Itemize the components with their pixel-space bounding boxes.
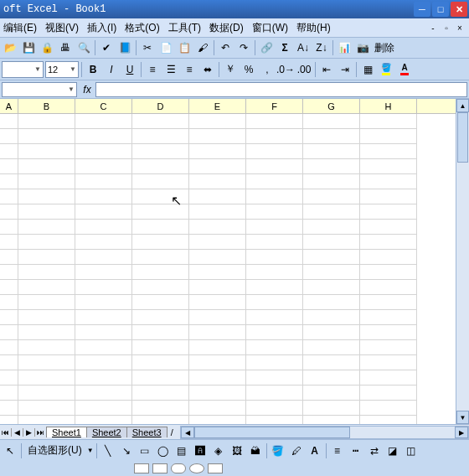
cell[interactable] [0,280,18,295]
cell[interactable] [132,355,189,370]
cell[interactable] [18,340,75,355]
cell[interactable] [360,310,417,325]
cell[interactable] [18,250,75,265]
camera-icon[interactable]: 📷 [354,39,371,56]
cell[interactable] [246,144,303,159]
cell[interactable] [132,159,189,174]
shape-rect[interactable] [208,463,223,473]
delete-button[interactable]: 删除 [373,39,396,56]
cell[interactable] [75,235,132,250]
cell[interactable] [189,340,246,355]
cell[interactable] [75,295,132,310]
cell[interactable] [0,340,18,355]
save-icon[interactable]: 💾 [20,39,37,56]
cell[interactable] [303,174,360,189]
vertical-scrollbar[interactable]: ▲ ▼ [456,99,469,424]
percent-icon[interactable]: % [240,61,257,78]
cell[interactable] [360,235,417,250]
cell[interactable] [246,129,303,144]
cell[interactable] [18,114,75,129]
cell[interactable] [246,325,303,340]
fill-color-icon[interactable]: 🪣 [378,61,394,78]
cell[interactable] [0,416,18,424]
cell[interactable] [132,280,189,295]
align-left-icon[interactable]: ≡ [144,61,161,78]
cell[interactable] [360,174,417,189]
cell[interactable] [303,370,360,385]
cell[interactable] [132,114,189,129]
cell[interactable] [0,295,18,310]
oval-icon[interactable]: ◯ [155,442,172,459]
cell[interactable] [75,159,132,174]
align-center-icon[interactable]: ☰ [162,61,179,78]
arrow-style-icon[interactable]: ⇄ [366,442,383,459]
cell[interactable] [189,144,246,159]
clipart-icon[interactable]: 🖼 [229,442,245,459]
cell[interactable] [18,370,75,385]
increase-decimal-icon[interactable]: .0→ [277,61,294,78]
menu-view[interactable]: 视图(V) [45,21,79,35]
menu-window[interactable]: 窗口(W) [252,21,288,35]
cell[interactable] [132,370,189,385]
cell[interactable] [303,114,360,129]
cell[interactable] [18,416,75,424]
scroll-down-icon[interactable]: ▼ [456,411,469,424]
cell[interactable] [132,250,189,265]
cell[interactable] [360,220,417,235]
shape-rect[interactable] [134,463,149,473]
cell[interactable] [189,174,246,189]
cell[interactable] [246,355,303,370]
cell[interactable] [0,370,18,385]
hyperlink-icon[interactable]: 🔗 [258,39,275,56]
cell[interactable] [303,265,360,280]
cell[interactable] [18,159,75,174]
cell[interactable] [303,144,360,159]
cell[interactable] [246,159,303,174]
cell[interactable] [360,114,417,129]
textbox-icon[interactable]: ▤ [173,442,190,459]
cell[interactable] [303,340,360,355]
cell[interactable] [246,250,303,265]
scroll-thumb[interactable] [194,427,351,438]
font-color-icon[interactable]: A [396,61,413,78]
cell[interactable] [0,250,18,265]
cell[interactable] [189,265,246,280]
arrow-icon[interactable]: ↘ [118,442,135,459]
column-header-f[interactable]: F [246,99,303,113]
font-size-combo[interactable]: 12▼ [45,61,79,78]
cell[interactable] [132,416,189,424]
cell[interactable] [360,325,417,340]
line-style-icon[interactable]: ≡ [329,442,346,459]
cell[interactable] [360,385,417,401]
autosum-icon[interactable]: Σ [276,39,293,56]
fill-color-icon[interactable]: 🪣 [270,442,286,459]
cell[interactable] [75,325,132,340]
decrease-decimal-icon[interactable]: .00 [296,61,312,78]
copy-icon[interactable]: 📄 [157,39,174,56]
menu-format[interactable]: 格式(O) [125,21,159,35]
cell[interactable] [18,295,75,310]
rectangle-icon[interactable]: ▭ [137,442,153,459]
cell[interactable] [303,204,360,220]
sort-asc-icon[interactable]: A↓ [295,39,312,56]
tab-next-icon[interactable]: ▶ [23,428,35,437]
cut-icon[interactable]: ✂ [139,39,156,56]
open-icon[interactable]: 📂 [2,39,18,56]
cell[interactable] [360,401,417,416]
cell[interactable] [189,370,246,385]
cell[interactable] [303,280,360,295]
shape-rect[interactable] [152,463,168,473]
cell[interactable] [18,280,75,295]
menu-help[interactable]: 帮助(H) [296,21,331,35]
close-button[interactable]: ✕ [451,2,467,17]
sheet-tab-1[interactable]: Sheet1 [46,427,87,437]
cell[interactable] [18,355,75,370]
cell[interactable] [132,340,189,355]
cell[interactable] [75,174,132,189]
cell[interactable] [18,385,75,401]
cell[interactable] [246,295,303,310]
cell[interactable] [18,235,75,250]
doc-restore-button[interactable]: ▫ [441,23,452,33]
cell[interactable] [0,144,18,159]
column-header-c[interactable]: C [75,99,132,113]
